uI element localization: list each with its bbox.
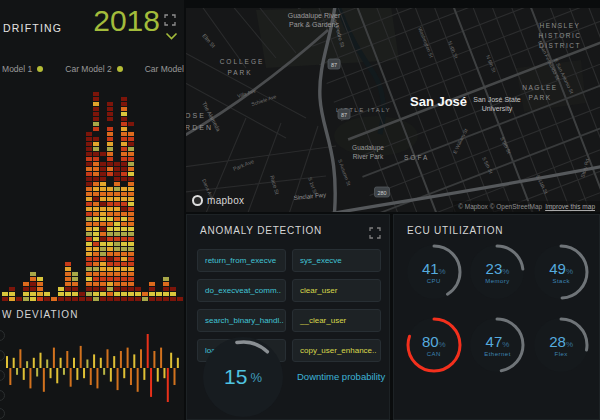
anomaly-button-copy-user-enhance-[interactable]: copy_user_enhance.. xyxy=(292,339,381,362)
panel-title-deviation: W DEVIATION xyxy=(2,309,78,320)
map-label: River Park xyxy=(353,153,384,160)
gauge-label: Ethernet xyxy=(484,351,511,357)
map-label: HENSLEY xyxy=(540,22,581,29)
gauge-value: 28% xyxy=(549,334,573,349)
gauge-value: 80% xyxy=(422,334,446,349)
gauge-value: 23% xyxy=(486,261,510,276)
nav-dot[interactable] xyxy=(0,408,5,419)
ecu-gauge-cpu: 41%CPU xyxy=(405,243,463,301)
gauge-value: 49% xyxy=(549,261,573,276)
legend-label: Car Model 3 xyxy=(145,64,184,74)
map-label: San José State xyxy=(473,96,521,103)
legend-dot-icon xyxy=(117,66,123,72)
route-shield-number: 87 xyxy=(341,112,347,118)
legend-item-car-model-2[interactable]: Car Model 2 xyxy=(65,64,122,74)
downtime-unit: % xyxy=(250,370,262,385)
map-label: GARDEN xyxy=(186,124,213,131)
gauge-label: Memory xyxy=(485,278,510,284)
gauge-label: CPU xyxy=(427,278,441,284)
drifting-panel: DRIFTING 2018 Car Model 1Car Model 2Car … xyxy=(0,0,184,420)
map-label: PARK xyxy=(528,94,551,101)
map-label: University xyxy=(482,105,513,113)
map-attribution: © Mapbox © OpenStreetMapImprove this map xyxy=(453,201,600,212)
gauge-value: 41% xyxy=(422,261,446,276)
anomaly-button-sys-execve[interactable]: sys_execve xyxy=(292,249,381,272)
gauge-label: CAN xyxy=(427,351,441,357)
legend-label: Car Model 2 xyxy=(65,64,111,74)
panel-title-drifting: DRIFTING xyxy=(3,22,62,34)
anomaly-button-do-execveat-comm-[interactable]: do_execveat_comm.. xyxy=(197,279,286,302)
expand-icon[interactable] xyxy=(164,12,176,24)
anomaly-detection-panel: ANOMALY DETECTION return_from_execvesys_… xyxy=(186,214,390,420)
panel-title-anomaly: ANOMALY DETECTION xyxy=(200,225,322,236)
legend-item-car-model-1[interactable]: Car Model 1 xyxy=(0,64,43,74)
attribution-text: © Mapbox © OpenStreetMap xyxy=(458,203,542,210)
chevron-down-icon[interactable] xyxy=(165,27,178,45)
map-label: COLLEGE xyxy=(220,58,265,65)
ecu-utilization-panel: ECU UTILIZATION 41%CPU23%Memory49%Stack8… xyxy=(393,214,600,420)
year-dropdown[interactable]: 2018 xyxy=(93,4,160,38)
mapbox-logo[interactable]: mapbox xyxy=(192,195,244,206)
downtime-gauge: 15% xyxy=(203,337,283,417)
map-canvas[interactable]: Guadalupe RiverPark & GardensHENSLEYHIST… xyxy=(186,8,600,212)
panel-title-ecu: ECU UTILIZATION xyxy=(407,225,503,236)
legend-item-car-model-3[interactable]: Car Model 3 xyxy=(145,64,184,74)
legend-dot-icon xyxy=(37,66,43,72)
ecu-gauge-memory: 23%Memory xyxy=(468,243,526,301)
map-label: SOFA xyxy=(404,154,429,161)
map-label: ROSE xyxy=(186,112,206,119)
gauge-label: Stack xyxy=(552,278,570,284)
ecu-gauge-stack: 49%Stack xyxy=(532,243,590,301)
anomaly-button-search-binary-handl-[interactable]: search_binary_handl.. xyxy=(197,309,286,332)
anomaly-button--clear-user[interactable]: __clear_user xyxy=(292,309,381,332)
car-model-legend: Car Model 1Car Model 2Car Model 3 xyxy=(0,64,184,74)
map-label: HISTORIC xyxy=(539,32,582,39)
map-label: Park & Gardens xyxy=(289,21,339,28)
downtime-value: 15 xyxy=(224,365,247,389)
improve-map-link[interactable]: Improve this map xyxy=(545,203,595,210)
map-label: NAGLEE xyxy=(522,84,557,91)
route-shield-number: 280 xyxy=(377,190,386,196)
anomaly-button-clear-user[interactable]: clear_user xyxy=(292,279,381,302)
drifting-heatmap-chart xyxy=(2,88,184,302)
anomaly-button-return-from-execve[interactable]: return_from_execve xyxy=(197,249,286,272)
gauge-value: 47% xyxy=(486,334,510,349)
route-shield-number: 87 xyxy=(331,62,337,68)
map-label: PARK xyxy=(227,69,252,76)
map-label: San José xyxy=(410,94,467,109)
legend-label: Car Model 1 xyxy=(0,64,32,74)
dashboard: DRIFTING 2018 Car Model 1Car Model 2Car … xyxy=(0,0,600,420)
mapbox-wordmark: mapbox xyxy=(207,195,244,206)
ecu-gauge-can: 80%CAN xyxy=(405,316,463,374)
deviation-bar-chart xyxy=(2,328,182,408)
mapbox-icon xyxy=(192,195,203,206)
downtime-label: Downtime probability xyxy=(297,371,385,382)
ecu-gauge-flex: 28%Flex xyxy=(532,316,590,374)
expand-icon[interactable] xyxy=(369,225,381,237)
map-label: Guadalupe xyxy=(352,144,384,152)
ecu-gauge-grid: 41%CPU23%Memory49%Stack80%CAN47%Ethernet… xyxy=(402,243,593,389)
ecu-gauge-ethernet: 47%Ethernet xyxy=(468,316,526,374)
gauge-label: Flex xyxy=(554,351,567,357)
map-streets: Guadalupe RiverPark & GardensHENSLEYHIST… xyxy=(186,8,600,212)
